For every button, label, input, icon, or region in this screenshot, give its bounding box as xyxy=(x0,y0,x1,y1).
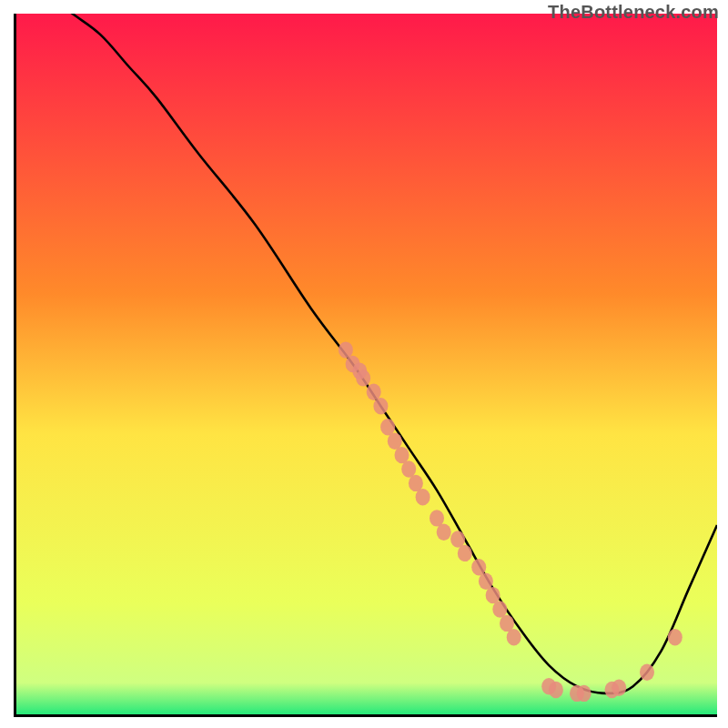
curve-dot xyxy=(507,629,521,645)
curve-dot xyxy=(479,573,493,590)
curve-dot xyxy=(549,682,563,698)
bottleneck-curve xyxy=(16,14,717,693)
curve-dot xyxy=(395,447,410,463)
curve-dot xyxy=(416,489,430,505)
curve-dot xyxy=(500,615,514,632)
curve-dot xyxy=(612,680,626,696)
curve-dot xyxy=(388,433,402,450)
curve-dot xyxy=(492,601,507,617)
curve-dots-group xyxy=(339,341,682,702)
curve-dot xyxy=(668,629,682,645)
chart-curve-layer xyxy=(16,14,717,714)
curve-dot xyxy=(437,524,451,541)
chart-plot-area xyxy=(14,14,717,717)
curve-dot xyxy=(356,369,370,386)
curve-dot xyxy=(458,545,472,561)
curve-dot xyxy=(486,587,500,603)
curve-dot xyxy=(373,398,388,414)
curve-dot xyxy=(380,419,395,435)
curve-dot xyxy=(339,341,353,358)
curve-dot xyxy=(409,475,423,491)
watermark-label: TheBottleneck.com xyxy=(548,2,719,23)
curve-dot xyxy=(471,559,486,575)
curve-dot xyxy=(367,384,381,400)
curve-dot xyxy=(640,664,654,681)
curve-dot xyxy=(430,510,444,526)
curve-dot xyxy=(577,685,592,702)
curve-dot xyxy=(401,460,416,477)
curve-dot xyxy=(450,531,465,547)
